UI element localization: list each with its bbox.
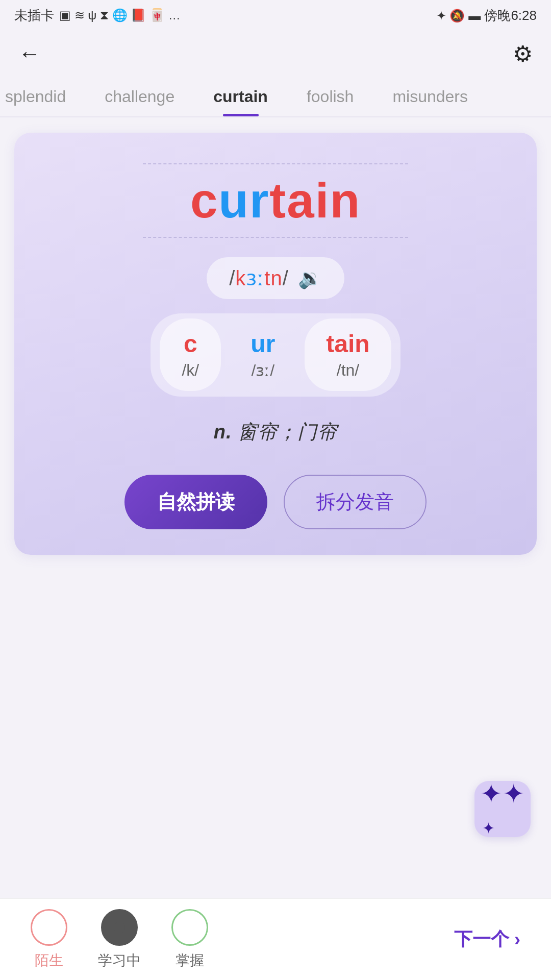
settings-button[interactable]: ⚙ <box>513 41 533 67</box>
word-part-ur: ur <box>218 173 269 228</box>
mastered-label: 掌握 <box>176 951 204 970</box>
status-icons: ▣ ≋ ψ ⧗ 🌐 📕 🀄 … <box>59 8 181 22</box>
status-carrier: 未插卡 <box>14 7 54 24</box>
stranger-circle <box>31 909 67 946</box>
status-time: ✦ 🔕 ▬ 傍晚6:28 <box>436 7 537 24</box>
tab-curtain[interactable]: curtain <box>194 77 287 116</box>
syllable-c: c /k/ <box>160 318 221 391</box>
bottom-nav: 陌生 学习中 掌握 下一个 › <box>0 898 551 980</box>
syllable-tain: tain /tn/ <box>305 318 391 391</box>
tab-misunderstand[interactable]: misunders <box>373 77 487 116</box>
word-part-c: c <box>190 173 218 228</box>
nav-mastered[interactable]: 掌握 <box>171 909 208 970</box>
tab-challenge[interactable]: challenge <box>85 77 194 116</box>
definition-text: 窗帘；门帘 <box>238 421 337 443</box>
learning-circle <box>101 909 138 946</box>
syllable-ipa-c: /k/ <box>182 361 199 380</box>
next-arrow-icon: › <box>514 929 520 950</box>
syllable-row: c /k/ ur /ɜː/ tain /tn/ <box>151 313 400 397</box>
sparkle-icon: ✦✦✦ <box>480 778 525 840</box>
natural-reading-button[interactable]: 自然拼读 <box>124 475 267 529</box>
status-bar: 未插卡 ▣ ≋ ψ ⧗ 🌐 📕 🀄 … ✦ 🔕 ▬ 傍晚6:28 <box>0 0 551 31</box>
syllable-ipa-tain: /tn/ <box>337 361 359 380</box>
nav-group: 陌生 学习中 掌握 <box>31 909 208 970</box>
main-word: curtain <box>190 174 361 228</box>
tab-splendid[interactable]: splendid <box>0 77 85 116</box>
main-content: curtain /kɜːtn/ 🔉 c /k/ ur /ɜː/ tain /tn <box>0 117 551 898</box>
bluetooth-icon: ✦ 🔕 ▬ <box>436 9 481 22</box>
phonetic-badge[interactable]: /kɜːtn/ 🔉 <box>207 257 344 299</box>
mastered-circle <box>171 909 208 946</box>
syllable-letter-tain: tain <box>326 330 369 358</box>
fab-sparkle-button[interactable]: ✦✦✦ <box>474 781 531 837</box>
speaker-icon[interactable]: 🔉 <box>298 267 322 289</box>
action-buttons: 自然拼读 拆分发音 <box>35 475 516 529</box>
word-part-tain: tain <box>269 173 361 228</box>
status-left: 未插卡 ▣ ≋ ψ ⧗ 🌐 📕 🀄 … <box>14 7 181 24</box>
word-tabs: splendid challenge curtain foolish misun… <box>0 77 551 117</box>
next-label: 下一个 <box>454 927 509 952</box>
word-display-area: curtain <box>143 158 408 243</box>
header: ← ⚙ <box>0 31 551 77</box>
next-button[interactable]: 下一个 › <box>454 927 520 952</box>
nav-stranger[interactable]: 陌生 <box>31 909 67 970</box>
part-of-speech: n. <box>214 421 232 443</box>
syllable-ipa-ur: /ɜː/ <box>251 361 274 380</box>
word-dashed-box: curtain <box>143 163 408 238</box>
syllable-letter-ur: ur <box>251 330 275 358</box>
phonetic-text: /kɜːtn/ <box>229 266 289 290</box>
syllable-letter-c: c <box>184 330 197 358</box>
tab-foolish[interactable]: foolish <box>287 77 373 116</box>
syllable-ur: ur /ɜː/ <box>229 318 296 391</box>
stranger-label: 陌生 <box>35 951 63 970</box>
learning-dot <box>114 922 125 933</box>
back-button[interactable]: ← <box>18 42 41 65</box>
word-card: curtain /kɜːtn/ 🔉 c /k/ ur /ɜː/ tain /tn <box>14 133 537 555</box>
learning-label: 学习中 <box>98 951 141 970</box>
split-pronunciation-button[interactable]: 拆分发音 <box>284 475 427 529</box>
definition: n. 窗帘；门帘 <box>214 419 337 445</box>
nav-learning[interactable]: 学习中 <box>98 909 141 970</box>
